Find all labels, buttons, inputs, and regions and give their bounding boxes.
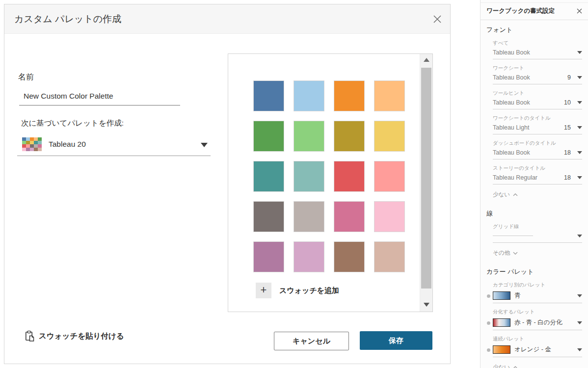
format-workbook-panel: ワークブックの書式設定 フォント すべて Tableau Book: [480, 0, 588, 368]
color-swatch[interactable]: [374, 80, 405, 111]
caret-down-icon: [577, 76, 582, 79]
categorical-palette-field: カテゴリ別のパレット 青: [493, 276, 582, 303]
color-swatch[interactable]: [334, 201, 365, 232]
color-swatch: [22, 137, 26, 141]
color-swatch: [30, 137, 34, 141]
gridline-select[interactable]: [493, 233, 582, 243]
color-swatch[interactable]: [334, 241, 365, 272]
scrollbar-thumb[interactable]: [421, 68, 431, 289]
color-swatch[interactable]: [374, 241, 405, 272]
caret-down-icon: [577, 51, 582, 54]
font-dashboard-title-select[interactable]: Tableau Book 18: [493, 149, 582, 159]
create-custom-palette-dialog: カスタム パレットの作成 名前 次に基づいてパレットを作成: Tableau 2…: [4, 4, 451, 364]
font-section-header: フォント: [486, 26, 582, 34]
lines-expand-link[interactable]: その他: [493, 249, 582, 257]
dialog-title: カスタム パレットの作成: [14, 4, 121, 34]
color-swatch: [22, 148, 26, 151]
font-worksheet-select[interactable]: Tableau Book 9: [493, 74, 582, 84]
color-swatch[interactable]: [294, 161, 324, 192]
color-swatch[interactable]: [334, 121, 365, 152]
cancel-button[interactable]: キャンセル: [274, 332, 349, 350]
caret-down-icon: [577, 176, 582, 179]
color-swatch[interactable]: [253, 121, 284, 152]
paste-swatches-button[interactable]: スウォッチを貼り付ける: [25, 330, 124, 342]
add-swatch-label: スウォッチを追加: [279, 286, 339, 295]
scroll-up-icon[interactable]: [424, 58, 429, 62]
color-swatch: [34, 141, 38, 144]
scrollbar[interactable]: [420, 54, 432, 312]
color-swatch[interactable]: [253, 161, 284, 192]
color-swatch: [30, 144, 34, 148]
radio-dot[interactable]: [487, 294, 490, 298]
caret-down-icon: [577, 235, 582, 237]
font-worksheet-title-select[interactable]: Tableau Light 15: [493, 124, 582, 134]
line-preview: [493, 236, 533, 236]
palette-name-input[interactable]: [19, 88, 180, 105]
color-swatch[interactable]: [253, 80, 284, 111]
base-palette-select[interactable]: Tableau 20: [17, 133, 211, 156]
color-swatch: [34, 148, 38, 151]
color-swatch: [38, 141, 42, 144]
caret-down-icon: [577, 151, 582, 154]
palette-preview-icon: [22, 137, 42, 151]
lines-section-header: 線: [486, 209, 582, 218]
color-swatch: [34, 137, 38, 141]
caret-down-icon: [577, 321, 582, 324]
color-swatch[interactable]: [294, 241, 324, 272]
swatch-panel: + スウォッチを追加: [228, 53, 433, 312]
palette-collapse-link[interactable]: 少ない: [493, 364, 582, 368]
color-swatch: [26, 148, 30, 151]
color-swatch[interactable]: [334, 80, 365, 111]
swatch-grid: [253, 80, 405, 272]
plus-icon[interactable]: +: [256, 283, 271, 298]
font-story-title-select[interactable]: Tableau Regular 18: [493, 174, 582, 184]
color-swatch[interactable]: [374, 201, 405, 232]
color-swatch: [26, 141, 30, 144]
color-swatch: [22, 144, 26, 148]
radio-dot[interactable]: [487, 348, 490, 352]
save-button[interactable]: 保存: [360, 331, 432, 350]
chevron-down-icon: [513, 252, 518, 255]
close-icon[interactable]: [577, 8, 582, 14]
caret-down-icon: [577, 294, 582, 297]
color-swatch: [38, 144, 42, 148]
panel-title: ワークブックの書式設定: [486, 7, 555, 15]
name-label: 名前: [18, 72, 34, 82]
color-swatch[interactable]: [294, 201, 324, 232]
color-swatch: [30, 148, 34, 151]
font-all-select[interactable]: Tableau Book: [493, 49, 582, 59]
continuous-palette-field: 連続パレット オレンジ - 金: [493, 330, 582, 357]
palette-section-header: カラー パレット: [486, 267, 582, 276]
font-field-worksheet-title: ワークシートのタイトル Tableau Light 15: [493, 109, 582, 134]
diverging-palette-field: 分化するパレット 赤 - 青 - 白の分化: [493, 303, 582, 330]
palette-gradient-swatch: [493, 318, 510, 327]
font-collapse-link[interactable]: 少ない: [493, 191, 582, 198]
caret-down-icon: [577, 126, 582, 129]
continuous-palette-select[interactable]: オレンジ - 金: [493, 344, 582, 357]
base-palette-value: Tableau 20: [49, 140, 86, 149]
color-swatch[interactable]: [294, 121, 324, 152]
chevron-up-icon: [513, 193, 518, 196]
scroll-down-icon[interactable]: [424, 303, 429, 307]
categorical-palette-select[interactable]: 青: [493, 290, 582, 303]
color-swatch[interactable]: [253, 241, 284, 272]
font-field-all: すべて Tableau Book: [493, 34, 582, 59]
dialog-titlebar: カスタム パレットの作成: [4, 4, 450, 34]
diverging-palette-select[interactable]: 赤 - 青 - 白の分化: [493, 317, 582, 330]
color-swatch[interactable]: [294, 80, 324, 111]
color-swatch[interactable]: [374, 121, 405, 152]
font-tooltip-select[interactable]: Tableau Book 10: [493, 99, 582, 109]
add-swatch-button[interactable]: + スウォッチを追加: [256, 283, 339, 298]
color-swatch[interactable]: [334, 161, 365, 192]
caret-down-icon: [201, 143, 208, 147]
color-swatch: [26, 137, 30, 141]
close-icon[interactable]: [432, 14, 442, 24]
font-field-tooltip: ツールヒント Tableau Book 10: [493, 84, 582, 109]
panel-header: ワークブックの書式設定: [481, 2, 588, 20]
caret-down-icon: [577, 348, 582, 351]
font-field-story-title: ストーリーのタイトル Tableau Regular 18: [493, 159, 582, 184]
color-swatch[interactable]: [374, 161, 405, 192]
palette-gradient-swatch: [493, 345, 510, 354]
radio-dot[interactable]: [487, 321, 490, 325]
color-swatch[interactable]: [253, 201, 284, 232]
